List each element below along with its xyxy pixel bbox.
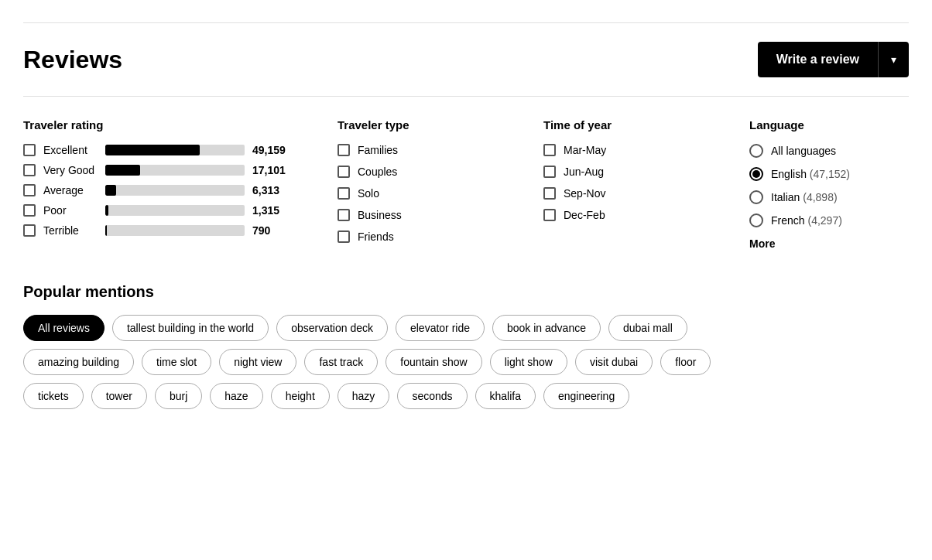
tag-button[interactable]: khalifa [475,383,536,409]
write-review-button[interactable]: Write a review [758,42,878,77]
tag-button[interactable]: book in advance [492,315,601,341]
rating-label: Excellent [43,144,98,156]
tag-button[interactable]: amazing building [23,349,134,375]
rating-checkbox[interactable] [23,224,36,237]
rating-count: 1,315 [252,204,291,217]
tag-button[interactable]: hazy [338,383,390,409]
rating-bar-fill [105,185,116,196]
tags-row: amazing buildingtime slotnight viewfast … [23,349,909,375]
tag-button[interactable]: engineering [543,383,629,409]
rating-label: Poor [43,204,98,217]
time-of-year-heading: Time of year [543,118,703,131]
time-checkbox[interactable] [543,209,556,221]
traveler-type-heading: Traveler type [338,118,497,131]
tags-row: All reviewstallest building in the world… [23,315,909,341]
rating-label: Average [43,184,98,196]
language-item[interactable]: Italian (4,898) [749,190,909,204]
language-count: (47,152) [810,168,850,180]
rating-item[interactable]: Average 6,313 [23,184,291,196]
traveler-type-checkbox[interactable] [338,166,350,178]
traveler-type-item[interactable]: Business [338,209,497,221]
tag-button[interactable]: time slot [142,349,211,375]
tag-button[interactable]: night view [219,349,296,375]
tag-button[interactable]: observation deck [276,315,388,341]
rating-item[interactable]: Excellent 49,159 [23,144,291,156]
tag-button[interactable]: tower [91,383,147,409]
language-radio[interactable] [749,167,763,181]
language-radio[interactable] [749,190,763,204]
tag-button[interactable]: tickets [23,383,84,409]
traveler-type-label: Solo [358,187,379,200]
rating-item[interactable]: Very Good 17,101 [23,164,291,176]
traveler-type-label: Friends [358,230,394,243]
traveler-rating-heading: Traveler rating [23,118,291,131]
page-title: Reviews [23,46,122,74]
rating-checkbox[interactable] [23,204,36,217]
reviews-header: Reviews Write a review ▾ [23,42,909,77]
top-bar [23,15,909,23]
tag-button[interactable]: tallest building in the world [112,315,269,341]
time-items: Mar-May Jun-Aug Sep-Nov Dec-Feb [543,144,703,221]
traveler-rating-section: Traveler rating Excellent 49,159 Very Go… [23,118,291,252]
tag-button[interactable]: dubai mall [608,315,687,341]
tag-button[interactable]: burj [155,383,202,409]
tag-button[interactable]: All reviews [23,315,105,341]
rating-count: 49,159 [252,144,291,156]
traveler-type-item[interactable]: Families [338,144,497,156]
language-item[interactable]: All languages [749,144,909,158]
tag-button[interactable]: visit dubai [575,349,653,375]
language-radio[interactable] [749,213,763,227]
rating-item[interactable]: Terrible 790 [23,224,291,237]
language-radio[interactable] [749,144,763,158]
traveler-type-label: Families [358,144,398,156]
traveler-type-item[interactable]: Solo [338,187,497,200]
language-label: Italian (4,898) [771,191,838,203]
rating-bar-fill [105,145,200,155]
language-label: French (4,297) [771,214,842,227]
popular-mentions-section: Popular mentions All reviewstallest buil… [23,283,909,409]
tag-button[interactable]: fountain show [385,349,481,375]
language-label: English (47,152) [771,168,850,180]
rating-count: 6,313 [252,184,291,196]
traveler-type-item[interactable]: Couples [338,166,497,178]
time-item[interactable]: Jun-Aug [543,166,703,178]
traveler-type-item[interactable]: Friends [338,230,497,243]
traveler-type-items: Families Couples Solo Business Friends [338,144,497,243]
rating-bar [105,145,245,155]
rating-label: Very Good [43,164,98,176]
time-checkbox[interactable] [543,144,556,156]
rating-count: 790 [252,224,291,237]
rating-bar [105,165,245,176]
language-item[interactable]: French (4,297) [749,213,909,227]
tags-row: ticketstowerburjhazeheighthazysecondskha… [23,383,909,409]
rating-checkbox[interactable] [23,184,36,196]
rating-checkbox[interactable] [23,164,36,176]
filters-row: Traveler rating Excellent 49,159 Very Go… [23,118,909,252]
tag-button[interactable]: fast track [304,349,378,375]
traveler-type-checkbox[interactable] [338,187,350,200]
time-item[interactable]: Sep-Nov [543,187,703,200]
language-item[interactable]: English (47,152) [749,167,909,181]
rating-checkbox[interactable] [23,144,36,156]
time-item[interactable]: Mar-May [543,144,703,156]
language-more-link[interactable]: More [749,237,775,250]
time-label: Jun-Aug [564,166,604,178]
time-checkbox[interactable] [543,166,556,178]
tag-button[interactable]: light show [490,349,567,375]
time-checkbox[interactable] [543,187,556,200]
language-count: (4,898) [803,191,837,203]
time-item[interactable]: Dec-Feb [543,209,703,221]
write-review-dropdown-button[interactable]: ▾ [878,42,909,77]
language-section: Language All languages English (47,152) … [749,118,909,252]
rating-item[interactable]: Poor 1,315 [23,204,291,217]
tag-button[interactable]: haze [210,383,262,409]
tag-button[interactable]: seconds [397,383,467,409]
language-label: All languages [771,145,836,157]
traveler-type-checkbox[interactable] [338,144,350,156]
tag-button[interactable]: floor [660,349,711,375]
traveler-type-checkbox[interactable] [338,209,350,221]
tag-button[interactable]: height [271,383,330,409]
tag-button[interactable]: elevator ride [396,315,485,341]
traveler-type-checkbox[interactable] [338,230,350,243]
divider [23,96,909,97]
